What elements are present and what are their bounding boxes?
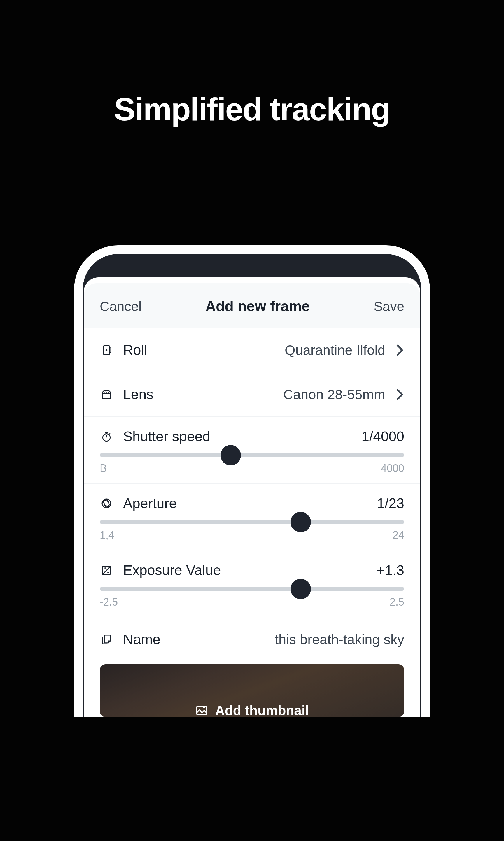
roll-value: Quarantine Ilfold xyxy=(285,342,385,358)
add-image-icon xyxy=(195,704,208,717)
phone-volume-up xyxy=(70,362,74,400)
shutter-value: 1/4000 xyxy=(361,428,404,444)
slider-thumb[interactable] xyxy=(290,579,311,599)
aperture-slider[interactable] xyxy=(100,520,404,524)
aperture-label: Aperture xyxy=(123,495,377,511)
lens-row[interactable]: Lens Canon 28-55mm xyxy=(84,372,420,417)
film-roll-icon xyxy=(100,343,113,357)
roll-row[interactable]: Roll Quarantine Ilfold xyxy=(84,328,420,372)
name-row[interactable]: Name this breath-taking sky xyxy=(84,617,420,662)
aperture-value: 1/23 xyxy=(377,495,404,511)
phone-frame: Cancel Add new frame Save Roll Quarantin… xyxy=(74,245,430,717)
exposure-min: -2.5 xyxy=(100,596,118,608)
add-thumbnail-button[interactable]: Add thumbnail xyxy=(100,664,404,717)
slider-thumb[interactable] xyxy=(220,445,241,465)
shutter-min: B xyxy=(100,462,107,475)
roll-label: Roll xyxy=(123,342,285,358)
page-title: Simplified tracking xyxy=(0,0,504,127)
phone-side-button xyxy=(70,324,74,343)
exposure-value: +1.3 xyxy=(377,562,404,578)
chevron-right-icon xyxy=(396,389,404,400)
cancel-button[interactable]: Cancel xyxy=(100,298,142,314)
slider-thumb[interactable] xyxy=(290,512,311,532)
modal-header: Cancel Add new frame Save xyxy=(84,283,420,328)
aperture-min: 1,4 xyxy=(100,529,114,542)
exposure-icon xyxy=(100,564,113,577)
add-frame-modal: Cancel Add new frame Save Roll Quarantin… xyxy=(84,277,420,717)
save-button[interactable]: Save xyxy=(374,298,404,314)
phone-screen: Cancel Add new frame Save Roll Quarantin… xyxy=(83,254,421,717)
shutter-label: Shutter speed xyxy=(123,428,361,444)
exposure-section: Exposure Value +1.3 -2.5 2.5 xyxy=(84,550,420,617)
chevron-right-icon xyxy=(396,344,404,356)
svg-point-2 xyxy=(103,434,110,441)
shutter-max: 4000 xyxy=(381,462,404,475)
name-label: Name xyxy=(123,631,275,647)
thumbnail-label: Add thumbnail xyxy=(215,703,309,717)
name-value: this breath-taking sky xyxy=(275,631,404,647)
aperture-max: 24 xyxy=(393,529,404,542)
shutter-slider[interactable] xyxy=(100,453,404,457)
modal-title: Add new frame xyxy=(205,298,310,315)
aperture-icon xyxy=(100,497,113,510)
svg-point-1 xyxy=(105,349,107,351)
shutter-section: Shutter speed 1/4000 B 4000 xyxy=(84,417,420,484)
lens-label: Lens xyxy=(123,386,283,402)
aperture-section: Aperture 1/23 1,4 24 xyxy=(84,484,420,550)
exposure-slider[interactable] xyxy=(100,587,404,591)
note-icon xyxy=(100,633,113,646)
lens-icon xyxy=(100,388,113,401)
lens-value: Canon 28-55mm xyxy=(283,386,385,402)
exposure-max: 2.5 xyxy=(390,596,404,608)
phone-power-button xyxy=(430,374,434,435)
exposure-label: Exposure Value xyxy=(123,562,377,578)
stopwatch-icon xyxy=(100,430,113,443)
phone-volume-down xyxy=(70,413,74,451)
